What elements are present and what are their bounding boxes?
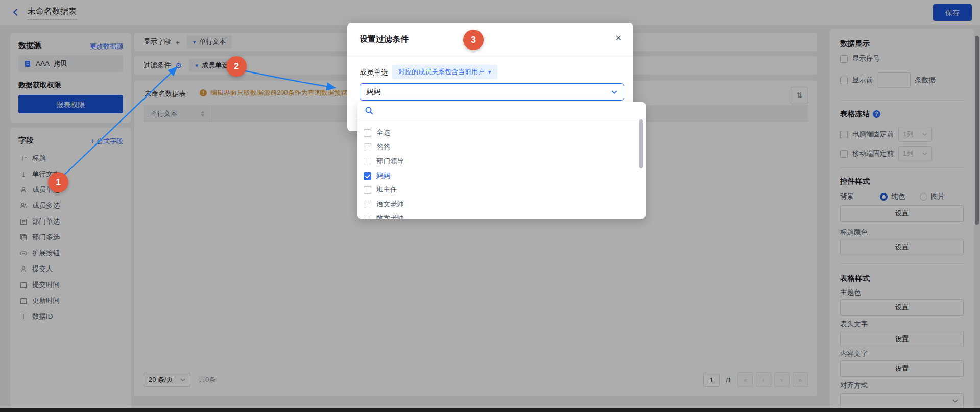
divider <box>347 54 633 54</box>
option-chinese-teacher[interactable]: 语文老师 <box>357 197 646 211</box>
checkbox-icon <box>364 143 371 151</box>
checkbox-icon <box>364 158 371 165</box>
search-icon <box>365 106 374 115</box>
option-mom[interactable]: 妈妈 <box>357 168 646 183</box>
chevron-down-icon <box>611 90 617 94</box>
divider <box>357 119 646 119</box>
annotation-badge-1: 1 <box>48 172 68 192</box>
checkbox-icon <box>364 172 371 180</box>
modal-field-label: 成员单选 <box>360 68 388 77</box>
checkbox-icon <box>364 215 371 219</box>
member-value-select[interactable]: 妈妈 <box>360 83 624 101</box>
condition-chip[interactable]: 对应的成员关系包含当前用户 ▾ <box>392 65 497 79</box>
member-options-dropdown: 全选 爸爸 部门领导 妈妈 班主任 语文老师 数学老师 <box>357 102 646 219</box>
member-search-input[interactable] <box>378 105 635 118</box>
option-math-teacher[interactable]: 数学老师 <box>357 211 646 219</box>
checkbox-icon <box>364 129 371 137</box>
close-icon[interactable]: ✕ <box>615 33 622 43</box>
checkbox-icon <box>364 201 371 208</box>
option-dad[interactable]: 爸爸 <box>357 140 646 154</box>
caret-down-icon: ▾ <box>488 69 491 75</box>
dropdown-scrollbar[interactable] <box>639 119 643 168</box>
checkbox-icon <box>364 186 371 194</box>
annotation-badge-3: 3 <box>463 30 484 50</box>
option-dept-leader[interactable]: 部门领导 <box>357 154 646 168</box>
modal-title: 设置过滤条件 <box>360 34 409 45</box>
option-select-all[interactable]: 全选 <box>357 126 646 140</box>
annotation-badge-2: 2 <box>226 56 247 77</box>
option-head-teacher[interactable]: 班主任 <box>357 183 646 197</box>
